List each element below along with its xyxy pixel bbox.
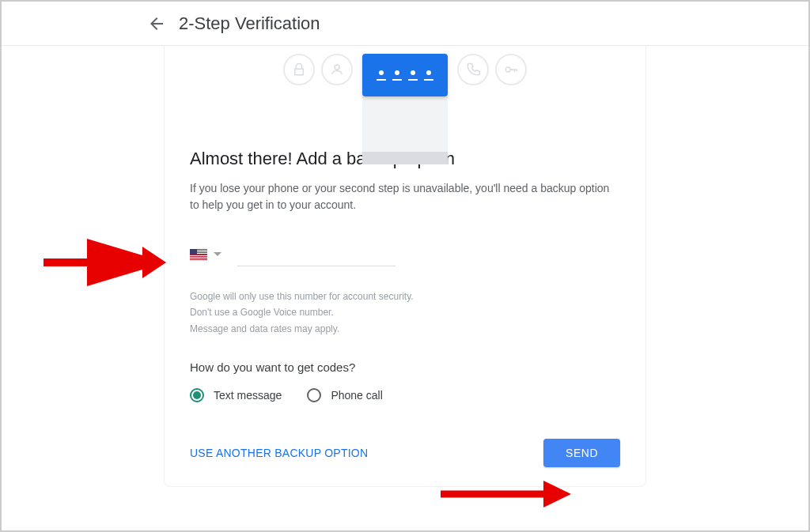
page-header: 2-Step Verification — [2, 2, 808, 46]
key-icon — [495, 54, 527, 85]
illustration — [190, 46, 620, 149]
section-description: If you lose your phone or your second st… — [190, 180, 620, 213]
code-card-illustration — [362, 54, 448, 96]
svg-marker-4 — [142, 247, 166, 278]
phone-input-row — [190, 242, 620, 266]
chevron-down-icon — [214, 252, 221, 256]
annotation-arrow-icon — [40, 239, 166, 286]
svg-point-0 — [335, 65, 339, 70]
svg-marker-6 — [543, 481, 571, 507]
back-arrow-icon[interactable] — [147, 14, 166, 33]
radio-text-message[interactable]: Text message — [190, 388, 282, 402]
send-button[interactable]: SEND — [543, 439, 620, 467]
radio-label: Text message — [214, 389, 282, 402]
annotation-arrow-icon — [437, 474, 571, 514]
radio-phone-call[interactable]: Phone call — [307, 388, 382, 402]
user-icon — [321, 54, 353, 85]
use-another-option-link[interactable]: USE ANOTHER BACKUP OPTION — [190, 447, 368, 459]
radio-group: Text message Phone call — [190, 388, 620, 402]
us-flag-icon — [190, 249, 207, 260]
disclaimer-text: Google will only use this number for acc… — [190, 289, 620, 337]
action-row: USE ANOTHER BACKUP OPTION SEND — [190, 439, 620, 467]
radio-label: Phone call — [331, 389, 382, 402]
radio-circle-icon — [190, 388, 204, 402]
radio-circle-icon — [307, 388, 321, 402]
codes-question: How do you want to get codes? — [190, 360, 620, 374]
country-selector[interactable] — [190, 246, 221, 263]
lock-icon — [283, 54, 315, 85]
phone-icon — [457, 54, 489, 85]
svg-point-1 — [505, 67, 510, 72]
phone-number-input[interactable] — [237, 242, 396, 266]
verification-card: Almost there! Add a backup option If you… — [164, 46, 646, 487]
paper-illustration — [362, 93, 448, 164]
disclaimer-line: Don't use a Google Voice number. — [190, 304, 620, 320]
page-title: 2-Step Verification — [179, 13, 320, 34]
disclaimer-line: Message and data rates may apply. — [190, 321, 620, 337]
disclaimer-line: Google will only use this number for acc… — [190, 289, 620, 304]
